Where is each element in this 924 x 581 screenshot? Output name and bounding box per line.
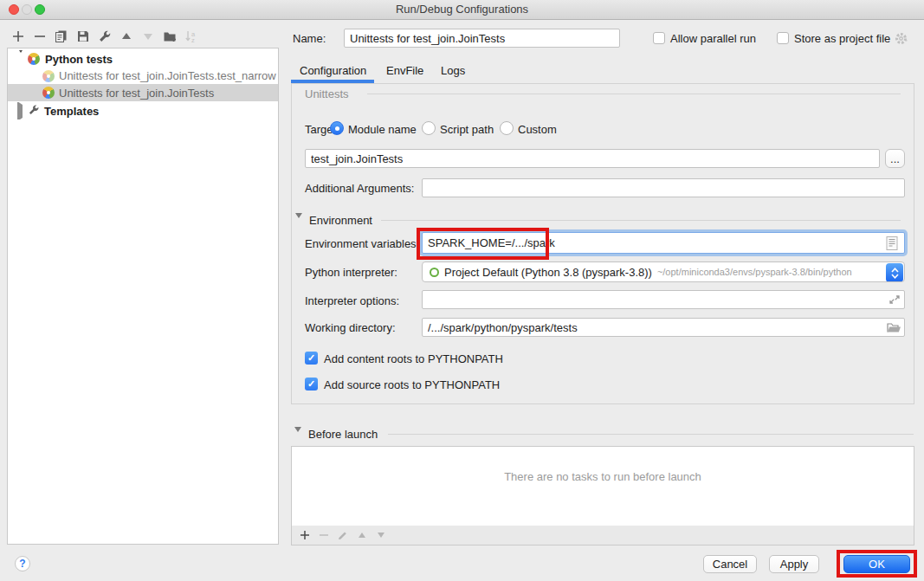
new-folder-icon[interactable] <box>162 29 178 44</box>
remove-configuration-icon[interactable] <box>32 29 48 44</box>
move-up-icon[interactable] <box>119 29 134 44</box>
tree-item-python-tests[interactable]: Python tests <box>8 50 278 68</box>
before-launch-task-list[interactable]: There are no tasks to run before launch <box>291 446 914 526</box>
name-input[interactable] <box>344 29 620 48</box>
gear-icon[interactable] <box>895 31 909 48</box>
radio-module-name[interactable] <box>330 121 344 135</box>
python-interpreter-label: Python interpreter: <box>305 266 397 279</box>
radio-module-name-label: Module name <box>348 123 417 136</box>
environment-collapse-arrow-icon[interactable] <box>295 218 302 231</box>
tree-item-label: Templates <box>44 105 99 118</box>
svg-text:z: z <box>191 36 195 43</box>
tree-item-unittest-jointests-selected[interactable]: Unittests for test_join.JoinTests <box>8 84 278 101</box>
before-launch-label: Before launch <box>308 428 378 441</box>
tab-envfile[interactable]: EnvFile <box>386 61 423 81</box>
tree-item-label: Unittests for test_join.JoinTests.test_n… <box>59 69 276 82</box>
tab-configuration[interactable]: Configuration <box>300 61 366 81</box>
add-content-roots-checkbox[interactable]: ✓ <box>305 352 318 365</box>
additional-arguments-label: Additional Arguments: <box>305 182 414 195</box>
add-task-icon[interactable] <box>297 527 313 543</box>
unittests-group-label: Unittests <box>305 87 349 100</box>
browse-module-button[interactable]: ... <box>885 149 905 168</box>
collapse-arrow-icon[interactable] <box>17 53 27 66</box>
cancel-button[interactable]: Cancel <box>703 555 757 573</box>
move-task-up-icon[interactable] <box>354 527 370 543</box>
dropdown-stepper-icon[interactable] <box>886 263 903 282</box>
sort-alphabetically-icon[interactable]: az <box>184 29 199 44</box>
interpreter-options-label: Interpreter options: <box>305 294 399 307</box>
tab-logs[interactable]: Logs <box>441 61 465 81</box>
store-as-project-file-label: Store as project file <box>794 32 890 45</box>
python-test-icon <box>42 70 55 82</box>
allow-parallel-run-label: Allow parallel run <box>670 32 756 45</box>
expand-arrow-icon[interactable] <box>17 105 27 118</box>
section-divider <box>388 434 914 435</box>
name-label: Name: <box>293 32 326 45</box>
empty-tasks-text: There are no tasks to run before launch <box>292 470 914 483</box>
python-interpreter-path: ~/opt/miniconda3/envs/pyspark-3.8/bin/py… <box>657 267 852 277</box>
remove-task-icon[interactable] <box>316 527 332 543</box>
save-configuration-icon[interactable] <box>75 29 91 44</box>
apply-button[interactable]: Apply <box>769 555 819 573</box>
help-button[interactable]: ? <box>15 556 30 571</box>
group-divider <box>367 94 901 94</box>
working-directory-input[interactable] <box>422 318 905 337</box>
python-interpreter-value: Project Default (Python 3.8 (pyspark-3.8… <box>444 266 652 279</box>
add-configuration-icon[interactable] <box>10 29 26 44</box>
copy-configuration-icon[interactable] <box>54 29 69 44</box>
additional-arguments-input[interactable] <box>422 178 905 197</box>
module-name-input[interactable] <box>305 149 880 168</box>
add-source-roots-label: Add source roots to PYTHONPATH <box>324 378 500 391</box>
radio-script-path-label: Script path <box>440 123 494 136</box>
allow-parallel-run-checkbox[interactable] <box>653 32 665 44</box>
tree-item-label: Unittests for test_join.JoinTests <box>59 87 214 100</box>
expand-field-icon[interactable] <box>888 294 901 308</box>
window-title: Run/Debug Configurations <box>0 0 924 19</box>
conda-environment-icon <box>430 268 439 277</box>
title-bar: Run/Debug Configurations <box>0 0 924 20</box>
browse-folder-icon[interactable] <box>887 322 901 336</box>
edit-defaults-wrench-icon[interactable] <box>97 29 113 44</box>
environment-variables-label: Environment variables: <box>305 237 419 250</box>
configurations-tree: Python tests Unittests for test_join.Joi… <box>7 48 279 545</box>
edit-task-icon[interactable] <box>335 527 351 543</box>
templates-wrench-icon <box>28 104 40 119</box>
interpreter-options-input[interactable] <box>422 290 905 309</box>
ok-button[interactable]: OK <box>843 555 910 573</box>
store-as-project-file-checkbox[interactable] <box>777 32 789 44</box>
radio-script-path[interactable] <box>422 121 436 135</box>
add-source-roots-checkbox[interactable]: ✓ <box>305 378 318 391</box>
tree-item-templates[interactable]: Templates <box>8 102 278 119</box>
configurations-toolbar: az <box>10 29 199 44</box>
before-launch-toolbar <box>291 526 914 545</box>
before-launch-collapse-arrow-icon[interactable] <box>294 432 301 445</box>
radio-custom[interactable] <box>500 121 514 135</box>
python-interpreter-select[interactable]: Project Default (Python 3.8 (pyspark-3.8… <box>422 261 905 282</box>
python-test-icon <box>42 87 55 99</box>
radio-custom-label: Custom <box>518 123 557 136</box>
tree-item-unittest-narrow[interactable]: Unittests for test_join.JoinTests.test_n… <box>8 68 278 84</box>
python-tests-icon <box>28 53 40 65</box>
environment-variables-input[interactable] <box>422 232 905 254</box>
environment-section-label: Environment <box>309 214 372 227</box>
tree-item-label: Python tests <box>45 53 113 66</box>
move-task-down-icon[interactable] <box>373 527 389 543</box>
add-content-roots-label: Add content roots to PYTHONPATH <box>324 352 503 365</box>
section-divider <box>381 220 901 221</box>
working-directory-label: Working directory: <box>305 321 396 334</box>
move-down-icon[interactable] <box>140 29 156 44</box>
browse-environment-variables-icon[interactable] <box>886 236 898 253</box>
